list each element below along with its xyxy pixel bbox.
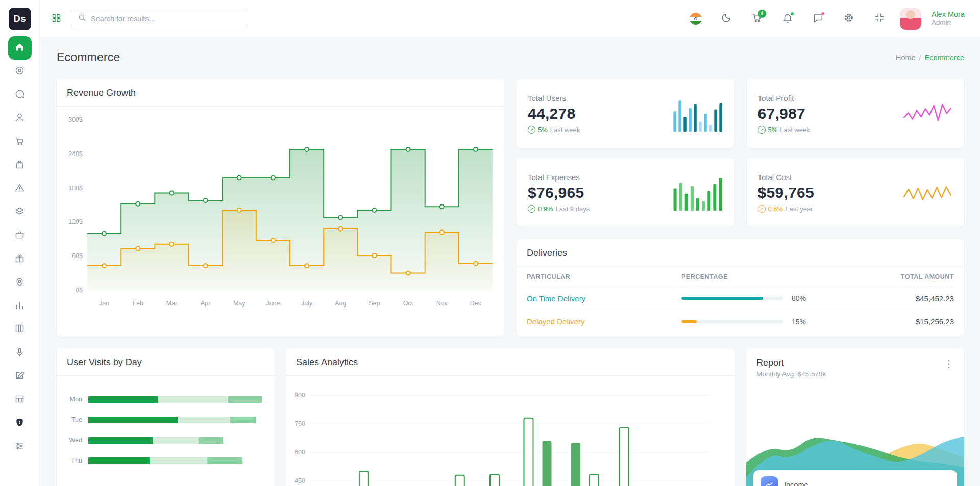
sidebar-item-kanban[interactable] xyxy=(8,318,32,341)
page-header: Ecommerce Home/Ecommerce xyxy=(57,50,964,64)
breadcrumb-home[interactable]: Home xyxy=(896,54,916,62)
svg-text:Aug: Aug xyxy=(335,300,346,307)
sidebar-item-briefcase[interactable] xyxy=(8,224,32,247)
fullscreen-toggle-button[interactable] xyxy=(869,9,890,29)
sidebar: Ds xyxy=(0,0,40,486)
sidebar-item-location[interactable] xyxy=(8,271,32,294)
sidebar-item-chat[interactable] xyxy=(8,83,32,107)
svg-text:180$: 180$ xyxy=(68,185,83,192)
stat-value: 44,278 xyxy=(528,105,580,122)
sidebar-item-edit[interactable] xyxy=(8,365,32,388)
search-input[interactable] xyxy=(91,15,240,23)
logo-text: Ds xyxy=(13,13,26,24)
language-flag-button[interactable] xyxy=(685,9,706,29)
sidebar-item-cart[interactable] xyxy=(8,130,32,154)
sidebar-item-settings-sliders[interactable] xyxy=(8,435,32,458)
svg-text:June: June xyxy=(266,300,280,307)
sidebar-item-target[interactable] xyxy=(8,60,32,83)
topbar: 4 Alex Mora Admin xyxy=(40,0,980,37)
user-menu[interactable]: Alex Mora Admin xyxy=(932,10,965,28)
notifications-button[interactable] xyxy=(777,9,798,29)
cart-icon xyxy=(14,136,25,148)
trend-up-icon: ↗ xyxy=(758,126,766,134)
breadcrumb-separator: / xyxy=(919,54,921,62)
sales-analytics-card: Sales Analytics 9007506004503001500 xyxy=(286,348,735,486)
sales-analytics-chart: 9007506004503001500 xyxy=(286,378,722,486)
svg-text:600: 600 xyxy=(295,449,305,456)
report-subtitle: Monthly Avg. $45.578k xyxy=(756,370,826,378)
avatar[interactable] xyxy=(900,8,921,30)
columns-icon xyxy=(14,323,25,336)
svg-text:Dec: Dec xyxy=(470,300,481,307)
trend-up-icon: ↗ xyxy=(758,205,766,213)
sidebar-item-table[interactable] xyxy=(8,388,32,412)
cart-badge: 4 xyxy=(758,10,766,18)
sidebar-item-home[interactable] xyxy=(8,36,32,60)
table-row-on-time: On Time Delivery 80% $45,452.23 xyxy=(527,287,954,310)
table-row-delayed: Delayed Delivery 15% $15,256.23 xyxy=(527,310,954,333)
stat-delta-value: 5% xyxy=(768,126,778,134)
kebab-menu-icon[interactable]: ⋮ xyxy=(944,357,954,370)
visit-bar xyxy=(88,396,263,403)
delivery-name: On Time Delivery xyxy=(527,294,681,303)
deliveries-table-header: PARTICULAR PERCENTAGE TOTAL AMOUNT xyxy=(527,267,954,287)
map-pin-icon xyxy=(14,276,25,289)
progress-bar xyxy=(681,297,783,300)
svg-text:May: May xyxy=(233,300,246,307)
svg-text:240$: 240$ xyxy=(68,150,83,158)
moon-icon xyxy=(721,12,732,25)
percent-label: 15% xyxy=(792,318,806,326)
stat-delta-note: Last year xyxy=(786,205,813,213)
svg-text:120$: 120$ xyxy=(68,218,83,225)
user-visits-card-title: User Visits by Day xyxy=(67,357,142,367)
visit-day-label: Wed xyxy=(64,437,82,444)
sidebar-nav xyxy=(0,36,39,458)
revenue-card-title: Revenue Growth xyxy=(67,88,136,98)
home-icon xyxy=(14,42,25,55)
main-content: Ecommerce Home/Ecommerce Revenue Growth … xyxy=(40,0,980,486)
visit-day-label: Thu xyxy=(64,457,82,464)
sidebar-item-layers[interactable] xyxy=(8,200,32,224)
stat-label: Total Cost xyxy=(758,173,815,182)
svg-text:0$: 0$ xyxy=(76,287,83,294)
svg-text:60$: 60$ xyxy=(72,252,83,260)
table-icon xyxy=(14,394,25,406)
stat-card-total-profit: Total Profit 67,987 ↗5%Last week xyxy=(747,79,965,148)
logo[interactable]: Ds xyxy=(9,8,31,30)
progress-bar xyxy=(681,320,783,323)
delivery-name: Delayed Delivery xyxy=(527,317,681,326)
income-legend-item: Income xyxy=(753,470,957,486)
sidebar-item-bag[interactable] xyxy=(8,154,32,177)
stat-value: $76,965 xyxy=(528,184,590,201)
user-visits-card: User Visits by Day MonTueWedThu xyxy=(57,348,275,486)
sidebar-item-user[interactable] xyxy=(8,107,32,130)
sidebar-item-analytics[interactable] xyxy=(8,294,32,318)
deliveries-card-title: Deliveries xyxy=(527,248,567,258)
stat-card-total-cost: Total Cost $59,765 ↗0.6%Last year xyxy=(747,158,965,227)
svg-text:Oct: Oct xyxy=(403,300,413,307)
messages-button[interactable] xyxy=(808,9,828,29)
svg-text:Jan: Jan xyxy=(99,300,109,307)
shield-icon xyxy=(14,417,25,430)
dark-mode-button[interactable] xyxy=(716,9,737,29)
sidebar-item-gift[interactable] xyxy=(8,247,32,271)
visit-bar xyxy=(88,437,263,444)
total-expenses-sparkline xyxy=(672,175,723,211)
grid-icon xyxy=(51,13,62,25)
settings-button[interactable] xyxy=(839,9,859,29)
visit-row: Mon xyxy=(64,389,263,410)
sidebar-item-security[interactable] xyxy=(8,412,32,435)
svg-text:Apr: Apr xyxy=(201,300,210,307)
svg-text:July: July xyxy=(301,300,313,307)
report-card-title: Report xyxy=(756,357,784,368)
chat-icon xyxy=(14,89,25,101)
svg-text:450: 450 xyxy=(295,477,305,484)
income-icon xyxy=(761,476,778,486)
apps-grid-button[interactable] xyxy=(51,13,62,25)
cart-button[interactable]: 4 xyxy=(747,9,767,29)
gear-icon xyxy=(843,12,854,25)
user-role: Admin xyxy=(932,19,965,28)
sidebar-item-mic[interactable] xyxy=(8,341,32,365)
gift-icon xyxy=(14,253,25,266)
sidebar-item-alerts[interactable] xyxy=(8,177,32,200)
